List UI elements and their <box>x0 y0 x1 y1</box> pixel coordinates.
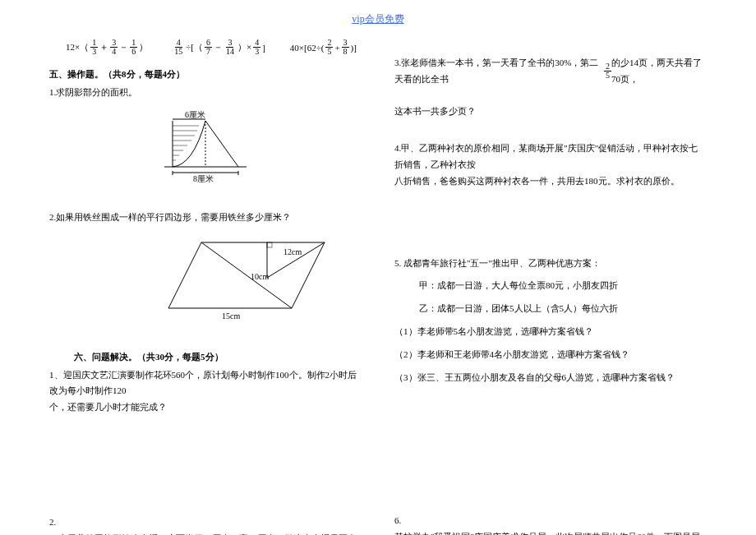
problem-3: 3.张老师借来一本书，第一天看了全书的30%，第二天看的比全书 25 的少14页… <box>394 55 707 120</box>
right-column: 3.张老师借来一本书，第一天看了全书的30%，第二天看的比全书 25 的少14页… <box>394 39 707 535</box>
problem-5: 5. 成都青年旅行社"五一"推出甲、乙两种优惠方案： 甲：成都一日游，大人每位全… <box>394 256 707 386</box>
problem-4: 4.甲、乙两种衬衣的原价相同，某商场开展"庆国庆"促销活动，甲种衬衣按七折销售，… <box>394 141 707 189</box>
problem-text: 1、迎国庆文艺汇演要制作花环560个，原计划每小时制作100个。制作2小时后改为… <box>49 370 357 396</box>
figure-parallelogram: 12cm 10cm 15cm <box>164 234 362 326</box>
problem-text: 八折销售，爸爸购买这两种衬衣各一件，共用去180元。求衬衣的原价。 <box>394 176 680 186</box>
problem-text: 6. <box>394 515 401 525</box>
page-columns: 12×（ 13 ＋ 34 － 16 ） 415 ÷[（ 67 － 314 ）× … <box>49 39 707 535</box>
parallelogram-svg: 12cm 10cm 15cm <box>164 234 337 325</box>
hatching <box>173 126 199 160</box>
fraction: 13 <box>90 39 98 56</box>
problem-6-1: 1、迎国庆文艺汇演要制作花环560个，原计划每小时制作100个。制作2小时后改为… <box>49 367 362 416</box>
expr-text: ] <box>262 43 265 53</box>
fraction: 34 <box>110 39 118 56</box>
fraction: 314 <box>224 39 236 56</box>
expr-text: ＋ <box>99 41 108 53</box>
problem-text: 乙：成都一日游，团体5人以上（含5人）每位六折 <box>394 301 707 317</box>
problem-5-1: 1.求阴影部分的面积。 <box>49 85 362 101</box>
fraction: 67 <box>205 39 212 56</box>
svg-line-17 <box>201 242 292 308</box>
problem-text: 的少14页，两天共看了70页， <box>611 55 707 88</box>
problem-text: 这本书一共多少页？ <box>394 106 476 116</box>
problem-text: 甲：成都一日游，大人每位全票80元，小朋友四折 <box>394 278 707 294</box>
vip-link[interactable]: vip会员免费 <box>49 12 707 26</box>
problem-text: （1）李老师带5名小朋友游览，选哪种方案省钱？ <box>394 324 707 340</box>
fraction: 25 <box>325 39 333 56</box>
math-expressions: 12×（ 13 ＋ 34 － 16 ） 415 ÷[（ 67 － 314 ）× … <box>49 39 362 56</box>
expr-text: 12×（ <box>66 41 89 53</box>
label-12cm: 12cm <box>284 247 302 256</box>
expr-3: 40×[62÷( 25 + 38 )] <box>290 39 357 56</box>
svg-rect-20 <box>267 242 272 247</box>
expr-text: )] <box>351 43 357 53</box>
problem-text: 2. <box>49 517 56 527</box>
fraction: 415 <box>173 39 184 56</box>
expr-text: 40×[62÷( <box>290 43 325 53</box>
trapezoid-svg: 6厘米 8 <box>148 109 255 183</box>
label-top: 6厘米 <box>185 110 205 119</box>
problem-text: 5. 成都青年旅行社"五一"推出甲、乙两种优惠方案： <box>394 256 707 272</box>
expr-text: － <box>214 41 223 53</box>
expr-text: ）× <box>237 41 251 53</box>
fraction: 25 <box>604 62 611 80</box>
label-15cm: 15cm <box>222 311 240 321</box>
section-5-title: 五、操作题。（共8分，每题4分） <box>49 68 362 81</box>
fraction: 43 <box>253 39 260 56</box>
label-bottom: 8厘米 <box>193 174 214 183</box>
figure-trapezoid: 6厘米 8 <box>148 109 362 185</box>
problem-text: （2）李老师和王老师带4名小朋友游览，选哪种方案省钱？ <box>394 347 707 363</box>
expr-text: + <box>334 43 339 53</box>
problem-5-2: 2.如果用铁丝围成一样的平行四边形，需要用铁丝多少厘米？ <box>49 210 362 226</box>
fraction: 38 <box>342 39 349 56</box>
section-6-title: 六、问题解决。（共30分，每题5分） <box>74 351 362 363</box>
problem-6: 6. 某校举办"我爱祖国"庆国庆美术作品展，此次展览共展出作品60件，下图是展出… <box>394 513 707 535</box>
svg-line-3 <box>205 121 238 167</box>
problem-text: （3）张三、王五两位小朋友及各自的父母6人游览，选哪种方案省钱？ <box>394 370 707 386</box>
expr-1: 12×（ 13 ＋ 34 － 16 ） <box>66 39 148 56</box>
problem-text: 某校举办"我爱祖国"庆国庆美术作品展，此次展览共展出作品60件，下图是展出的各类… <box>394 532 700 535</box>
expr-text: ） <box>139 41 148 53</box>
problem-text: 个，还需要几小时才能完成？ <box>49 402 167 412</box>
left-column: 12×（ 13 ＋ 34 － 16 ） 415 ÷[（ 67 － 314 ）× … <box>49 39 362 535</box>
fraction: 16 <box>130 39 137 56</box>
expr-2: 415 ÷[（ 67 － 314 ）× 43 ] <box>173 39 265 56</box>
problem-6-2: 2. 一个无盖的圆柱形铁皮水桶，底面半径30厘米，高50厘米，做这个水桶需要多少… <box>49 514 362 535</box>
problem-text: 4.甲、乙两种衬衣的原价相同，某商场开展"庆国庆"促销活动，甲种衬衣按七折销售，… <box>394 143 698 169</box>
expr-text: ÷[（ <box>186 41 203 53</box>
expr-text: － <box>119 41 128 53</box>
label-10cm: 10cm <box>251 272 269 281</box>
problem-text: 3.张老师借来一本书，第一天看了全书的30%，第二天看的比全书 <box>394 55 604 88</box>
